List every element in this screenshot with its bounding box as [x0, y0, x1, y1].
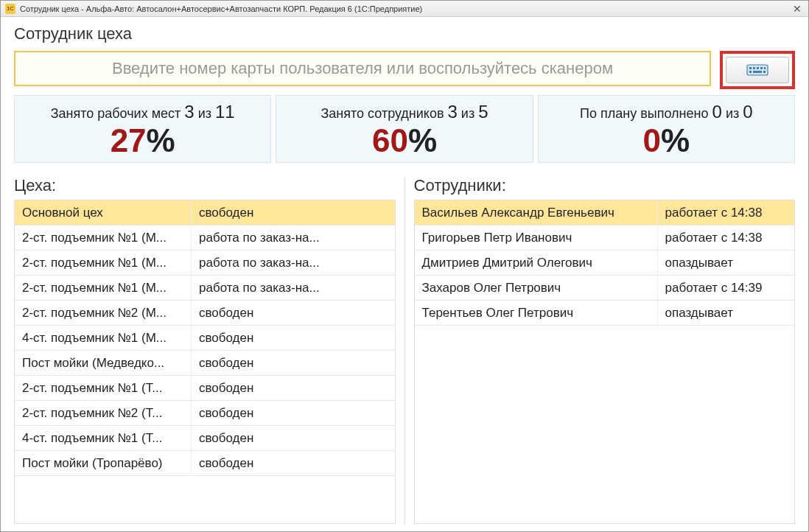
table-row[interactable]: Захаров Олег Петровичработает с 14:39 — [415, 276, 795, 301]
table-row[interactable]: Дмитриев Дмитрий Олеговичопаздывает — [415, 251, 795, 276]
table-row[interactable]: 2-ст. подъемник №2 (Т...свободен — [15, 401, 395, 426]
workshop-status-cell: свободен — [192, 402, 395, 425]
svg-rect-0 — [747, 65, 768, 75]
employee-status-cell: опаздывает — [658, 301, 795, 325]
employees-column: Сотрудники: Васильев Александр Евгеньеви… — [405, 176, 796, 524]
table-row[interactable]: 2-ст. подъемник №1 (М...работа по заказ-… — [15, 225, 395, 251]
workshop-name-cell: 2-ст. подъемник №1 (М... — [15, 226, 192, 250]
workshop-status-cell: работа по заказ-на... — [192, 276, 395, 300]
stat-plan-label: По плану выполнено 0 из 0 — [542, 102, 791, 122]
stat-employees: Занято сотрудников 3 из 5 60% — [276, 95, 533, 163]
svg-rect-8 — [763, 71, 766, 73]
workshop-status-cell: свободен — [192, 427, 395, 450]
keyboard-icon — [746, 63, 768, 77]
stat-employees-label: Занято сотрудников 3 из 5 — [279, 102, 529, 122]
table-row[interactable]: Основной цехсвободен — [15, 200, 395, 225]
stat-workplaces: Занято рабочих мест 3 из 11 27% — [14, 95, 271, 163]
table-row[interactable]: 2-ст. подъемник №2 (М...свободен — [15, 301, 395, 326]
table-row[interactable]: 2-ст. подъемник №1 (М...работа по заказ-… — [15, 251, 395, 276]
page-title: Сотрудник цеха — [14, 24, 795, 43]
svg-rect-1 — [749, 67, 752, 69]
workshop-name-cell: Пост мойки (Медведко... — [15, 351, 192, 375]
svg-rect-3 — [757, 67, 759, 69]
workshop-status-cell: работа по заказ-на... — [192, 251, 395, 275]
workshop-name-cell: 4-ст. подъемник №1 (Т... — [15, 427, 192, 450]
workshop-name-cell: 2-ст. подъемник №1 (Т... — [15, 377, 192, 400]
content-area: Сотрудник цеха — [1, 17, 808, 531]
columns: Цеха: Основной цехсвободен2-ст. подъемни… — [14, 176, 795, 524]
stat-plan: По плану выполнено 0 из 0 0% — [538, 95, 795, 163]
workshop-status-cell: свободен — [192, 201, 395, 225]
table-row[interactable]: 2-ст. подъемник №1 (М...работа по заказ-… — [15, 276, 395, 301]
workshop-name-cell: Основной цех — [15, 201, 192, 225]
table-row[interactable]: Григорьев Петр Ивановичработает с 14:38 — [415, 225, 795, 251]
employee-status-cell: работает с 14:38 — [658, 226, 795, 250]
svg-rect-7 — [753, 71, 762, 73]
stat-workplaces-value: 27% — [18, 124, 267, 158]
workshop-name-cell: 2-ст. подъемник №2 (Т... — [15, 402, 192, 425]
stat-employees-value: 60% — [279, 124, 529, 158]
table-row[interactable]: Терентьев Олег Петровичопаздывает — [415, 301, 795, 326]
workshop-status-cell: свободен — [192, 377, 395, 400]
workshop-name-cell: 2-ст. подъемник №1 (М... — [15, 251, 192, 275]
card-number-input[interactable] — [14, 51, 711, 86]
card-input-row — [14, 51, 795, 89]
table-row[interactable]: 4-ст. подъемник №1 (М...свободен — [15, 326, 395, 351]
employees-title: Сотрудники: — [414, 176, 796, 195]
workshop-status-cell: свободен — [192, 351, 395, 375]
employees-table[interactable]: Васильев Александр Евгеньевичработает с … — [414, 200, 796, 524]
workshop-name-cell: 4-ст. подъемник №1 (М... — [15, 326, 192, 350]
employee-name-cell: Григорьев Петр Иванович — [415, 226, 658, 250]
employee-status-cell: работает с 14:38 — [658, 201, 795, 225]
stats-row: Занято рабочих мест 3 из 11 27% Занято с… — [14, 95, 795, 163]
workshop-status-cell: свободен — [192, 301, 395, 325]
titlebar-text: Сотрудник цеха - Альфа-Авто: Автосалон+А… — [20, 4, 791, 13]
app-icon: 1C — [5, 4, 15, 14]
keyboard-button-highlight — [720, 51, 795, 89]
workshops-title: Цеха: — [14, 176, 396, 195]
table-row[interactable]: Пост мойки (Тропарёво)свободен — [15, 451, 395, 476]
svg-rect-4 — [760, 67, 763, 69]
close-button[interactable]: ✕ — [791, 3, 804, 15]
workshop-name-cell: 2-ст. подъемник №2 (М... — [15, 301, 192, 325]
employee-status-cell: работает с 14:39 — [658, 276, 795, 300]
employee-name-cell: Захаров Олег Петрович — [415, 276, 658, 300]
workshops-column: Цеха: Основной цехсвободен2-ст. подъемни… — [14, 176, 405, 524]
employee-name-cell: Васильев Александр Евгеньевич — [415, 201, 658, 225]
employee-status-cell: опаздывает — [658, 251, 795, 275]
table-row[interactable]: Пост мойки (Медведко...свободен — [15, 351, 395, 376]
workshop-status-cell: свободен — [192, 452, 395, 475]
app-window: 1C Сотрудник цеха - Альфа-Авто: Автосало… — [0, 0, 809, 532]
stat-workplaces-label: Занято рабочих мест 3 из 11 — [18, 102, 267, 122]
workshop-name-cell: Пост мойки (Тропарёво) — [15, 452, 192, 475]
table-row[interactable]: 4-ст. подъемник №1 (Т...свободен — [15, 426, 395, 451]
workshop-name-cell: 2-ст. подъемник №1 (М... — [15, 276, 192, 300]
keyboard-button[interactable] — [726, 57, 789, 83]
table-row[interactable]: Васильев Александр Евгеньевичработает с … — [415, 200, 795, 225]
employee-name-cell: Дмитриев Дмитрий Олегович — [415, 251, 658, 275]
titlebar: 1C Сотрудник цеха - Альфа-Авто: Автосало… — [1, 1, 808, 17]
workshops-table[interactable]: Основной цехсвободен2-ст. подъемник №1 (… — [14, 200, 396, 524]
table-row[interactable]: 2-ст. подъемник №1 (Т...свободен — [15, 376, 395, 401]
workshop-status-cell: свободен — [192, 326, 395, 350]
close-icon: ✕ — [793, 3, 802, 15]
workshop-status-cell: работа по заказ-на... — [192, 226, 395, 250]
svg-rect-2 — [753, 67, 755, 69]
stat-plan-value: 0% — [542, 124, 791, 158]
svg-rect-6 — [749, 71, 752, 73]
svg-rect-5 — [764, 67, 766, 69]
employee-name-cell: Терентьев Олег Петрович — [415, 301, 658, 325]
